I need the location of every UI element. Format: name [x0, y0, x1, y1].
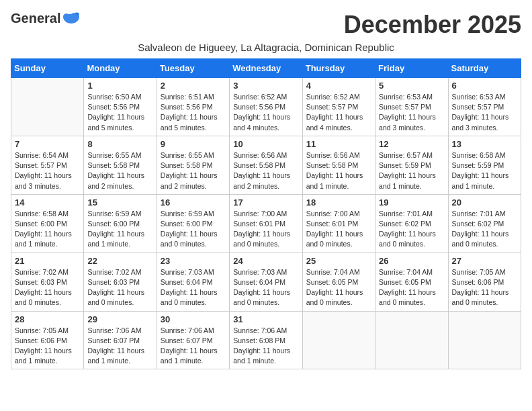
- day-info: Sunrise: 6:57 AM Sunset: 5:59 PM Dayligh…: [379, 150, 444, 191]
- table-row: 10Sunrise: 6:56 AM Sunset: 5:58 PM Dayli…: [230, 136, 302, 194]
- logo-bird-icon: [62, 11, 81, 26]
- day-info: Sunrise: 7:00 AM Sunset: 6:01 PM Dayligh…: [306, 209, 371, 250]
- table-row: 29Sunrise: 7:06 AM Sunset: 6:07 PM Dayli…: [84, 311, 157, 369]
- day-info: Sunrise: 6:53 AM Sunset: 5:57 PM Dayligh…: [379, 92, 444, 133]
- table-row: 22Sunrise: 7:02 AM Sunset: 6:03 PM Dayli…: [84, 253, 157, 311]
- table-row: [302, 311, 375, 369]
- table-row: 27Sunrise: 7:05 AM Sunset: 6:06 PM Dayli…: [448, 253, 521, 311]
- day-info: Sunrise: 6:56 AM Sunset: 5:58 PM Dayligh…: [233, 150, 298, 191]
- table-row: 13Sunrise: 6:58 AM Sunset: 5:59 PM Dayli…: [448, 136, 521, 194]
- month-title: December 2025: [344, 11, 521, 39]
- day-number: 25: [306, 256, 371, 266]
- day-info: Sunrise: 7:03 AM Sunset: 6:04 PM Dayligh…: [233, 267, 298, 308]
- day-info: Sunrise: 7:06 AM Sunset: 6:07 PM Dayligh…: [161, 326, 226, 367]
- day-number: 28: [15, 314, 80, 324]
- day-number: 9: [161, 139, 226, 149]
- day-number: 23: [161, 256, 226, 266]
- calendar-header-row: Sunday Monday Tuesday Wednesday Thursday…: [11, 59, 521, 78]
- day-info: Sunrise: 7:05 AM Sunset: 6:06 PM Dayligh…: [452, 267, 517, 308]
- table-row: 17Sunrise: 7:00 AM Sunset: 6:01 PM Dayli…: [230, 194, 302, 253]
- week-row-2: 7Sunrise: 6:54 AM Sunset: 5:57 PM Daylig…: [11, 136, 521, 194]
- day-info: Sunrise: 6:51 AM Sunset: 5:56 PM Dayligh…: [161, 92, 226, 133]
- col-friday: Friday: [375, 59, 448, 78]
- col-sunday: Sunday: [11, 59, 84, 78]
- day-info: Sunrise: 7:06 AM Sunset: 6:08 PM Dayligh…: [233, 326, 298, 367]
- table-row: 11Sunrise: 6:56 AM Sunset: 5:58 PM Dayli…: [302, 136, 375, 194]
- table-row: 2Sunrise: 6:51 AM Sunset: 5:56 PM Daylig…: [157, 78, 229, 136]
- day-info: Sunrise: 7:02 AM Sunset: 6:03 PM Dayligh…: [15, 267, 80, 308]
- table-row: 8Sunrise: 6:55 AM Sunset: 5:58 PM Daylig…: [84, 136, 157, 194]
- day-info: Sunrise: 7:00 AM Sunset: 6:01 PM Dayligh…: [233, 209, 298, 250]
- table-row: [375, 311, 448, 369]
- day-info: Sunrise: 6:53 AM Sunset: 5:57 PM Dayligh…: [452, 92, 517, 133]
- week-row-1: 1Sunrise: 6:50 AM Sunset: 5:56 PM Daylig…: [11, 78, 521, 136]
- table-row: 21Sunrise: 7:02 AM Sunset: 6:03 PM Dayli…: [11, 253, 84, 311]
- day-info: Sunrise: 6:58 AM Sunset: 5:59 PM Dayligh…: [452, 150, 517, 191]
- table-row: [11, 78, 84, 136]
- table-row: 20Sunrise: 7:01 AM Sunset: 6:02 PM Dayli…: [448, 194, 521, 253]
- day-number: 26: [379, 256, 444, 266]
- table-row: 23Sunrise: 7:03 AM Sunset: 6:04 PM Dayli…: [157, 253, 229, 311]
- day-number: 16: [161, 197, 226, 208]
- day-info: Sunrise: 6:54 AM Sunset: 5:57 PM Dayligh…: [15, 150, 80, 191]
- logo-general: General: [11, 11, 60, 26]
- day-number: 1: [87, 81, 152, 91]
- table-row: 14Sunrise: 6:58 AM Sunset: 6:00 PM Dayli…: [11, 194, 84, 253]
- table-row: 30Sunrise: 7:06 AM Sunset: 6:07 PM Dayli…: [157, 311, 229, 369]
- day-number: 20: [452, 197, 517, 208]
- day-number: 27: [452, 256, 517, 266]
- day-info: Sunrise: 6:59 AM Sunset: 6:00 PM Dayligh…: [161, 209, 226, 250]
- col-wednesday: Wednesday: [230, 59, 302, 78]
- table-row: 18Sunrise: 7:00 AM Sunset: 6:01 PM Dayli…: [302, 194, 375, 253]
- table-row: 6Sunrise: 6:53 AM Sunset: 5:57 PM Daylig…: [448, 78, 521, 136]
- day-number: 5: [379, 81, 444, 91]
- table-row: 31Sunrise: 7:06 AM Sunset: 6:08 PM Dayli…: [230, 311, 302, 369]
- page-header: General December 2025: [11, 11, 521, 39]
- day-number: 12: [379, 139, 444, 149]
- calendar-table: Sunday Monday Tuesday Wednesday Thursday…: [11, 58, 521, 369]
- table-row: 24Sunrise: 7:03 AM Sunset: 6:04 PM Dayli…: [230, 253, 302, 311]
- day-info: Sunrise: 6:58 AM Sunset: 6:00 PM Dayligh…: [15, 209, 80, 250]
- day-number: 22: [87, 256, 152, 266]
- week-row-4: 21Sunrise: 7:02 AM Sunset: 6:03 PM Dayli…: [11, 253, 521, 311]
- week-row-5: 28Sunrise: 7:05 AM Sunset: 6:06 PM Dayli…: [11, 311, 521, 369]
- day-info: Sunrise: 6:59 AM Sunset: 6:00 PM Dayligh…: [87, 209, 152, 250]
- day-info: Sunrise: 6:56 AM Sunset: 5:58 PM Dayligh…: [306, 150, 371, 191]
- logo: General: [11, 11, 81, 24]
- day-info: Sunrise: 7:04 AM Sunset: 6:05 PM Dayligh…: [379, 267, 444, 308]
- table-row: 12Sunrise: 6:57 AM Sunset: 5:59 PM Dayli…: [375, 136, 448, 194]
- day-info: Sunrise: 7:02 AM Sunset: 6:03 PM Dayligh…: [87, 267, 152, 308]
- day-number: 21: [15, 256, 80, 266]
- day-info: Sunrise: 7:06 AM Sunset: 6:07 PM Dayligh…: [87, 326, 152, 367]
- table-row: 4Sunrise: 6:52 AM Sunset: 5:57 PM Daylig…: [302, 78, 375, 136]
- day-number: 17: [233, 197, 298, 208]
- day-info: Sunrise: 6:52 AM Sunset: 5:56 PM Dayligh…: [233, 92, 298, 133]
- table-row: 5Sunrise: 6:53 AM Sunset: 5:57 PM Daylig…: [375, 78, 448, 136]
- day-number: 30: [161, 314, 226, 324]
- day-info: Sunrise: 7:01 AM Sunset: 6:02 PM Dayligh…: [452, 209, 517, 250]
- day-number: 6: [452, 81, 517, 91]
- table-row: 1Sunrise: 6:50 AM Sunset: 5:56 PM Daylig…: [84, 78, 157, 136]
- day-number: 7: [15, 139, 80, 149]
- col-monday: Monday: [84, 59, 157, 78]
- col-saturday: Saturday: [448, 59, 521, 78]
- day-number: 31: [233, 314, 298, 324]
- day-number: 4: [306, 81, 371, 91]
- table-row: 15Sunrise: 6:59 AM Sunset: 6:00 PM Dayli…: [84, 194, 157, 253]
- table-row: 7Sunrise: 6:54 AM Sunset: 5:57 PM Daylig…: [11, 136, 84, 194]
- table-row: 25Sunrise: 7:04 AM Sunset: 6:05 PM Dayli…: [302, 253, 375, 311]
- calendar-subtitle: Salvaleon de Higueey, La Altagracia, Dom…: [11, 42, 521, 53]
- day-number: 10: [233, 139, 298, 149]
- table-row: [448, 311, 521, 369]
- day-number: 15: [87, 197, 152, 208]
- day-number: 8: [87, 139, 152, 149]
- day-info: Sunrise: 7:05 AM Sunset: 6:06 PM Dayligh…: [15, 326, 80, 367]
- col-tuesday: Tuesday: [157, 59, 229, 78]
- day-info: Sunrise: 7:04 AM Sunset: 6:05 PM Dayligh…: [306, 267, 371, 308]
- day-number: 19: [379, 197, 444, 208]
- day-number: 2: [161, 81, 226, 91]
- day-info: Sunrise: 6:55 AM Sunset: 5:58 PM Dayligh…: [87, 150, 152, 191]
- table-row: 3Sunrise: 6:52 AM Sunset: 5:56 PM Daylig…: [230, 78, 302, 136]
- table-row: 28Sunrise: 7:05 AM Sunset: 6:06 PM Dayli…: [11, 311, 84, 369]
- day-number: 18: [306, 197, 371, 208]
